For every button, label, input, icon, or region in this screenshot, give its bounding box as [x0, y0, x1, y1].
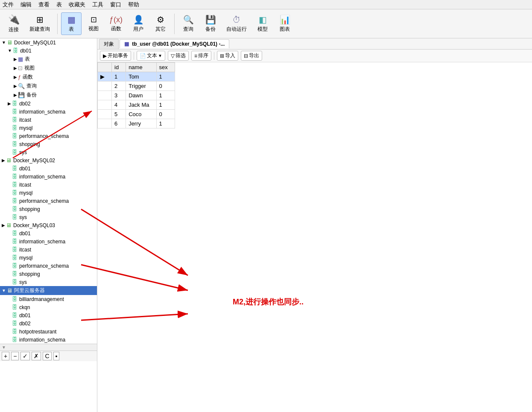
sidebar-item-tables[interactable]: ▶ ▦ 表	[0, 55, 97, 64]
sidebar-item-hotpot[interactable]: ▶ 🗄 hotpotrestaurant	[0, 327, 97, 336]
menu-table[interactable]: 表	[56, 1, 62, 9]
sidebar-item-info2[interactable]: ▶ 🗄 information_schema	[0, 172, 97, 181]
sidebar-item-sys3[interactable]: ▶ 🗄 sys	[0, 278, 97, 286]
sidebar-item-information-schema[interactable]: ▶ 🗄 information_schema	[0, 108, 97, 116]
col-name[interactable]: name	[126, 63, 156, 72]
sidebar-item-funcs[interactable]: ▶ ƒ 函数	[0, 73, 97, 82]
menu-favorites[interactable]: 收藏夹	[69, 1, 85, 9]
cell-sex[interactable]: 0	[156, 110, 175, 119]
cell-sex[interactable]: 0	[156, 82, 175, 91]
tab-tbuser[interactable]: ▦ tb_user @db01 (Docker_MySQL01) -...	[120, 39, 229, 48]
sidebar-item-queries[interactable]: ▶ 🔍 查询	[0, 82, 97, 91]
btn-start-transaction[interactable]: ▶ 开始事务	[100, 51, 131, 61]
menu-edit[interactable]: 编辑	[20, 1, 32, 9]
btn-export[interactable]: ⊟ 导出	[241, 51, 262, 61]
sidebar-item-itcast2[interactable]: ▶ 🗄 itcast	[0, 181, 97, 189]
sidebar-item-perf2[interactable]: ▶ 🗄 performance_schema	[0, 197, 97, 205]
cell-id[interactable]: 4	[112, 100, 126, 110]
btn-import[interactable]: ⊞ 导入	[217, 51, 238, 61]
toolbar-other[interactable]: ⚙ 其它	[150, 12, 171, 35]
cell-name[interactable]: Jerry	[126, 119, 156, 129]
btn-text[interactable]: 📄 文本 ▼	[137, 51, 165, 61]
cell-id[interactable]: 5	[112, 110, 126, 119]
toolbar-connect[interactable]: 🔌 连接	[3, 12, 24, 35]
cell-id[interactable]: 2	[112, 82, 126, 91]
menu-window[interactable]: 窗口	[110, 1, 121, 9]
cell-id[interactable]: 3	[112, 91, 126, 100]
sidebar-item-sys[interactable]: ▶ 🗄 sys	[0, 148, 97, 156]
sidebar-item-info3[interactable]: ▶ 🗄 information_schema	[0, 237, 97, 245]
btn-sort[interactable]: ≡ 排序	[191, 51, 211, 61]
sidebar-item-db01[interactable]: ▼ 🗄 db01	[0, 47, 97, 55]
cell-sex[interactable]: 1	[156, 119, 175, 129]
sidebar-item-mysql[interactable]: ▶ 🗄 mysql	[0, 124, 97, 132]
sidebar-item-db01-a[interactable]: ▶ 🗄 db01	[0, 311, 97, 319]
sidebar-item-performance-schema[interactable]: ▶ 🗄 performance_schema	[0, 132, 97, 140]
sidebar-item-itcast[interactable]: ▶ 🗄 itcast	[0, 116, 97, 124]
sidebar-item-backups[interactable]: ▶ 💾 备份	[0, 91, 97, 99]
sidebar-item-mysql3[interactable]: ▶ 🗄 mysql	[0, 254, 97, 262]
table-row[interactable]: 5Coco0	[98, 110, 175, 119]
cell-id[interactable]: 6	[112, 119, 126, 129]
sidebar-item-db02-a[interactable]: ▶ 🗄 db02	[0, 319, 97, 327]
table-row[interactable]: ▶1Tom1	[98, 72, 175, 82]
cell-name[interactable]: Dawn	[126, 91, 156, 100]
btn-filter[interactable]: ▽ 筛选	[168, 51, 189, 61]
cell-sex[interactable]: 1	[156, 91, 175, 100]
sidebar-item-docker1[interactable]: ▼ 🖥 Docker_MySQL01	[0, 38, 97, 47]
tab-object[interactable]: 对象	[99, 39, 119, 49]
cell-name[interactable]: Jack Ma	[126, 100, 156, 110]
toolbar-query[interactable]: 🔍 查询	[178, 12, 199, 35]
toolbar-table[interactable]: ▦ 表	[61, 12, 82, 35]
sidebar-item-mysql2[interactable]: ▶ 🗄 mysql	[0, 189, 97, 197]
toolbar-model[interactable]: ◧ 模型	[252, 12, 273, 35]
sidebar-item-shopping3[interactable]: ▶ 🗄 shopping	[0, 270, 97, 278]
toolbar-function[interactable]: ƒ(x) 函数	[105, 13, 126, 35]
toolbar-autorun[interactable]: ⏱ 自动运行	[222, 13, 251, 35]
table-row[interactable]: 2Trigger0	[98, 82, 175, 91]
sidebar-item-shopping2[interactable]: ▶ 🗄 shopping	[0, 205, 97, 213]
chart-icon: 📊	[280, 15, 290, 25]
toolbar-backup[interactable]: 💾 备份	[200, 12, 221, 35]
toolbar-chart[interactable]: 📊 图表	[275, 12, 295, 35]
sidebar-dot-button[interactable]: ▪	[53, 352, 60, 360]
table-row[interactable]: 6Jerry1	[98, 119, 175, 129]
cell-id[interactable]: 1	[112, 72, 126, 82]
menu-tools[interactable]: 工具	[92, 1, 103, 9]
menu-file[interactable]: 文件	[3, 1, 14, 9]
sidebar-item-db02[interactable]: ▶ 🗄 db02	[0, 99, 97, 108]
sidebar-item-perf3[interactable]: ▶ 🗄 performance_schema	[0, 262, 97, 270]
sidebar-item-views[interactable]: ▶ ⊡ 视图	[0, 64, 97, 73]
sidebar-item-billiard[interactable]: ▶ 🗄 billiardmanagement	[0, 295, 97, 303]
menu-view[interactable]: 查看	[38, 1, 50, 9]
toolbar-view[interactable]: ⊡ 视图	[83, 13, 104, 35]
col-sex[interactable]: sex	[156, 63, 175, 72]
sidebar-confirm-button[interactable]: ✓	[20, 352, 30, 360]
toolbar-user[interactable]: 👤 用户	[128, 12, 149, 35]
sidebar-item-db01-2[interactable]: ▶ 🗄 db01	[0, 164, 97, 172]
sidebar-item-ckqn[interactable]: ▶ 🗄 ckqn	[0, 303, 97, 311]
sidebar-item-sys2[interactable]: ▶ 🗄 sys	[0, 213, 97, 221]
cell-sex[interactable]: 1	[156, 72, 175, 82]
col-id[interactable]: id	[112, 63, 126, 72]
db-icon-shopping2: 🗄	[12, 206, 18, 212]
sidebar-item-docker3[interactable]: ▶ 🖥 Docker_MySQL03	[0, 221, 97, 229]
sidebar-cancel-button[interactable]: ✗	[32, 352, 41, 360]
cell-name[interactable]: Tom	[126, 72, 156, 82]
table-row[interactable]: 3Dawn1	[98, 91, 175, 100]
cell-sex[interactable]: 1	[156, 100, 175, 110]
table-row[interactable]: 4Jack Ma1	[98, 100, 175, 110]
cell-name[interactable]: Coco	[126, 110, 156, 119]
sidebar-item-db01-3[interactable]: ▶ 🗄 db01	[0, 229, 97, 237]
menu-help[interactable]: 帮助	[128, 1, 139, 9]
sidebar-add-button[interactable]: +	[2, 352, 9, 360]
sidebar-remove-button[interactable]: −	[11, 352, 19, 360]
sidebar-item-info-a[interactable]: ▶ 🗄 information_schema	[0, 336, 97, 344]
sidebar-item-itcast3[interactable]: ▶ 🗄 itcast	[0, 245, 97, 254]
sidebar-item-docker2[interactable]: ▶ 🖥 Docker_MySQL02	[0, 156, 97, 164]
toolbar-new-query[interactable]: ⊞ 新建查询	[26, 12, 54, 35]
sidebar-item-shopping[interactable]: ▶ 🗄 shopping	[0, 140, 97, 148]
sidebar-item-aliyun[interactable]: ▼ 🖥 阿里云服务器	[0, 286, 97, 295]
sidebar-refresh-button[interactable]: C	[43, 352, 51, 360]
cell-name[interactable]: Trigger	[126, 82, 156, 91]
